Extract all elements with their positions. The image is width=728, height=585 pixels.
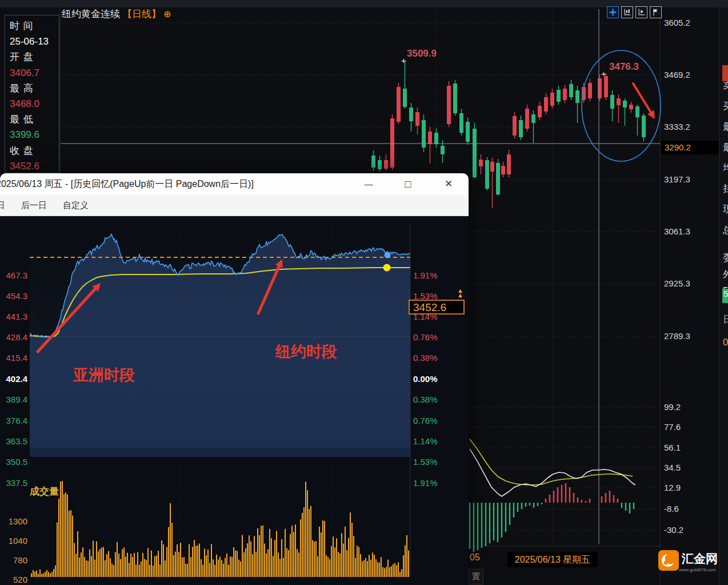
close-button[interactable]: ✕ xyxy=(435,173,462,195)
menu-prev-day[interactable]: 前一日 xyxy=(0,200,5,211)
quote-time-label: 时 间 xyxy=(10,18,59,34)
logo-text: 汇金网 xyxy=(682,550,718,567)
strip-green-box: 5 xyxy=(722,289,728,303)
app-screen: +3509.9+3476.3 纽约黄金连续 【日线】 ⊕ 时 间 25-06-1… xyxy=(0,0,728,585)
volume-pane-title: 成交量 xyxy=(30,485,59,498)
crosshair-date-badge: 2025/06/13 星期五 xyxy=(507,552,598,567)
intraday-canvas xyxy=(0,216,469,585)
window-menu-bar: 前一日 后一日 自定义 xyxy=(0,195,469,216)
axis-flag-icon[interactable] xyxy=(650,6,662,18)
svg-text:3509.9: 3509.9 xyxy=(407,48,437,59)
quote-strip-char: 委 xyxy=(723,251,728,264)
intraday-chart-area: 467.3454.3441.3428.4415.4402.4389.4376.4… xyxy=(0,216,469,585)
quote-open-label: 开 盘 xyxy=(10,49,59,65)
menu-next-day[interactable]: 后一日 xyxy=(21,200,47,211)
macd-histogram xyxy=(470,483,634,552)
quote-strip-char: 最 xyxy=(723,120,728,133)
quote-time-value: 25-06-13 xyxy=(10,34,59,49)
quote-close-value: 3452.6 xyxy=(10,158,59,174)
minimize-button[interactable]: — xyxy=(355,173,382,195)
window-title: 2025/06/13 周五 - [历史回忆(PageUp前一日 PageDown… xyxy=(0,178,254,190)
quote-strip-char: 日 xyxy=(723,313,728,326)
quote-strip-char: 买 xyxy=(723,100,728,113)
logo-url: www.gold678.com xyxy=(679,567,718,572)
chart-toolbar xyxy=(607,6,662,18)
quote-strip-char: 挂 xyxy=(723,182,728,195)
svg-text:+: + xyxy=(401,55,406,65)
date-axis-partial: 05 xyxy=(470,552,480,563)
settings-partial-button[interactable]: 置 xyxy=(469,569,483,584)
quote-high-value: 3468.0 xyxy=(10,96,59,112)
average-dot xyxy=(383,264,391,272)
quote-panel: 时 间 25-06-13 开 盘 3406.7 最 高 3468.0 最 低 3… xyxy=(5,15,59,173)
maximize-button[interactable]: □ xyxy=(395,173,421,195)
target-circle-icon[interactable]: ⊕ xyxy=(163,9,171,19)
logo-icon xyxy=(658,550,679,571)
price-arrow-marker: ▲▲ xyxy=(457,288,463,297)
right-quote-strip: 卖买最最均挂现总委外日055 xyxy=(719,7,728,585)
quote-low-label: 最 低 xyxy=(10,112,59,127)
quote-strip-char: 均 xyxy=(723,161,728,174)
quote-strip-char: 外 xyxy=(723,268,728,281)
strip-red-box xyxy=(722,65,728,81)
period-tag[interactable]: 【日线】 xyxy=(122,7,161,21)
volume-bars xyxy=(31,481,409,577)
quote-strip-char: 0 xyxy=(723,337,728,348)
quote-close-label: 收 盘 xyxy=(10,143,59,158)
macd-dea-line xyxy=(470,439,633,485)
history-recall-window: 2025/06/13 周五 - [历史回忆(PageUp前一日 PageDown… xyxy=(0,173,469,585)
quote-open-value: 3406.7 xyxy=(10,65,59,81)
quote-strip-char: 最 xyxy=(723,141,728,154)
price-dot xyxy=(385,252,391,258)
current-price-badge: 3452.6 xyxy=(409,300,465,315)
quote-strip-char: 总 xyxy=(723,224,728,237)
crosshair-price-badge: 3290.2 xyxy=(661,141,719,154)
svg-text:+: + xyxy=(601,69,606,78)
site-logo[interactable]: 汇金网 www.gold678.com xyxy=(658,550,728,578)
quote-strip-char: 现 xyxy=(723,202,728,216)
quote-high-label: 最 高 xyxy=(10,81,59,96)
quote-low-value: 3399.6 xyxy=(10,127,59,142)
window-title-bar[interactable]: 2025/06/13 周五 - [历史回忆(PageUp前一日 PageDown… xyxy=(0,173,469,195)
axis-play-icon[interactable] xyxy=(635,6,647,18)
chart-title: 纽约黄金连续 【日线】 ⊕ xyxy=(62,7,171,20)
crosshair-move-icon[interactable] xyxy=(607,6,619,18)
menu-custom[interactable]: 自定义 xyxy=(63,200,89,211)
svg-text:3476.3: 3476.3 xyxy=(609,61,639,72)
instrument-name: 纽约黄金连续 xyxy=(62,7,120,21)
axis-candle-icon[interactable] xyxy=(621,6,633,18)
